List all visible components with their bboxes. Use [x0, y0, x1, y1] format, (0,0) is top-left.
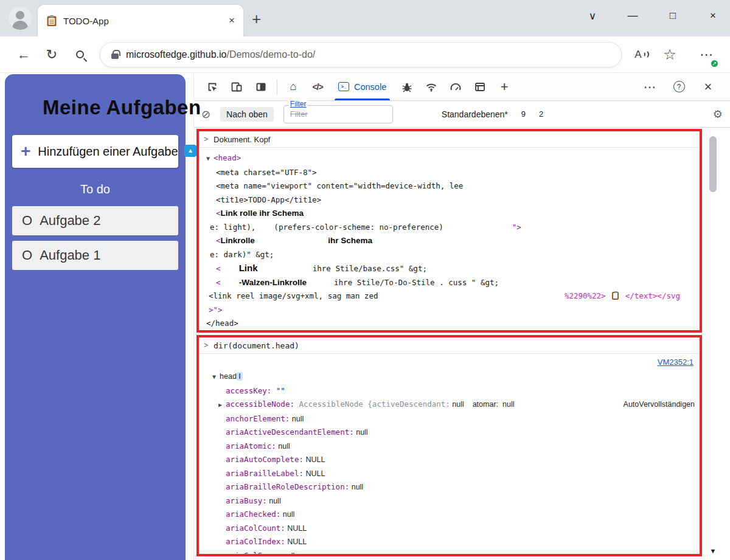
log-levels-dropdown[interactable]: Standardebenen*	[442, 109, 508, 119]
console-text: null	[276, 442, 290, 451]
annotation-box-dir-output: > dir(document.head) VM2352:1 ▼ head I a…	[196, 335, 702, 556]
add-task-row: + Hinzufügen einer Aufgabe ▲	[12, 135, 178, 168]
console-text: NULL	[285, 524, 307, 533]
profile-avatar[interactable]	[9, 7, 32, 30]
task-label: Aufgabe 2	[40, 213, 100, 229]
console-line: <tit1e>TODO-App</tit1e>	[205, 193, 696, 207]
console-command: Dokument. Kopf	[214, 135, 270, 144]
tab-elements-code-icon[interactable]: </>	[305, 75, 330, 99]
question-mark-icon: ?	[673, 81, 685, 92]
window-close-button[interactable]: ×	[707, 10, 719, 22]
tab-close-icon[interactable]: ×	[229, 15, 235, 27]
refresh-button[interactable]: ↻	[38, 43, 66, 67]
console-text: </text></svg	[620, 291, 680, 300]
console-text: AutoVervollständigen	[624, 400, 695, 409]
console-text: ""	[271, 386, 285, 395]
console-text: ">	[443, 223, 521, 232]
tab-performance-icon[interactable]	[443, 75, 468, 99]
address-bar[interactable]: microsoftedge.github.io/Demos/demo-to-do…	[100, 42, 622, 67]
console-settings-gear-icon[interactable]: ⚙	[713, 108, 723, 121]
console-text: <	[216, 236, 221, 245]
read-aloud-button[interactable]: A	[628, 43, 656, 67]
toolbar-divider	[277, 79, 277, 95]
task-item[interactable]: OAufgabe 1	[12, 241, 178, 270]
clear-console-icon[interactable]: ⊘	[201, 108, 210, 121]
console-text	[307, 278, 334, 287]
browser-menu-button[interactable]: ⋯ ↗	[692, 43, 720, 67]
scroll-down-arrow-icon[interactable]: ▼	[709, 547, 717, 555]
console-line: <meta charset="UTF-8">	[205, 166, 696, 180]
console-text: </head>	[206, 319, 238, 328]
new-tab-button[interactable]: +	[252, 10, 261, 29]
source-link[interactable]: VM2352:1	[658, 358, 693, 367]
console-line: <Link rolle ihr Schema	[205, 207, 696, 221]
error-count: 2	[539, 109, 543, 119]
console-text: <	[216, 264, 221, 273]
console-text: Link	[239, 263, 258, 273]
clipboard-icon	[612, 292, 619, 300]
console-line: <meta name="viewport" content="width=dev…	[205, 179, 696, 193]
submit-arrow-icon[interactable]: ▲	[184, 145, 196, 157]
tab-console[interactable]: >_ Console	[330, 73, 395, 100]
favorites-star-button[interactable]: ☆	[656, 43, 684, 67]
add-tools-button[interactable]: +	[492, 75, 516, 99]
devtools-close-button[interactable]: ×	[696, 75, 720, 99]
expand-arrow-icon[interactable]: ▼	[206, 155, 214, 162]
console-toolbar: ⊘ Nach oben Filter Standardebenen* 9 2 ⚙	[194, 101, 730, 128]
scrollbar[interactable]: ▼	[709, 130, 717, 556]
console-text: <link reel image/svg+xml, sag man zed	[209, 291, 378, 300]
task-list: OAufgabe 2OAufgabe 1	[12, 206, 178, 270]
devtools-more-icon[interactable]: ⋯	[638, 75, 662, 99]
console-text: ariaAtomic:	[226, 441, 276, 451]
magnifier-icon	[76, 50, 84, 58]
tab-debugger-bug-icon[interactable]	[395, 75, 419, 99]
tab-title: TODO-App	[63, 16, 223, 26]
add-task-button[interactable]: + Hinzufügen einer Aufgabe	[12, 135, 178, 168]
inspect-element-icon[interactable]	[200, 75, 224, 99]
prompt-chevron-icon: >	[204, 135, 208, 143]
console-line: ▶ accessibleNode: AccessibleNode {active…	[205, 398, 696, 412]
tab-welcome-home-icon[interactable]: ⌂	[281, 75, 305, 99]
prompt-chevron-icon: >	[204, 341, 208, 350]
console-line: < Link ihre Stile/base.css" &gt;	[205, 261, 696, 276]
back-button[interactable]: ←	[10, 43, 38, 67]
console-line: </head>	[205, 317, 696, 331]
search-icon[interactable]	[66, 43, 94, 67]
maximize-button[interactable]: □	[667, 10, 679, 22]
console-text: <head>	[214, 153, 241, 162]
console-text: null	[280, 510, 294, 519]
lock-icon[interactable]	[111, 54, 119, 59]
console-context-dropdown[interactable]: Nach oben	[220, 107, 274, 122]
console-text: ariaColSpan:	[226, 551, 280, 557]
console-text: null	[450, 400, 464, 409]
task-checkbox[interactable]: O	[22, 247, 32, 263]
navigation-bar: ← ↻ microsoftedge.github.io/Demos/demo-t…	[0, 36, 730, 73]
tab-network-wifi-icon[interactable]	[419, 75, 443, 99]
console-text: head	[220, 372, 237, 381]
console-text: ariaAutoComplete:	[226, 455, 304, 464]
dom-tree-lines: ▼ <head><meta charset="UTF-8"><meta name…	[199, 148, 700, 331]
task-item[interactable]: OAufgabe 2	[12, 206, 178, 235]
expand-arrow-icon[interactable]: ▼	[212, 373, 220, 380]
console-text	[221, 264, 239, 273]
console-text: e: light), (prefers-color-scheme: no-pre…	[210, 223, 443, 232]
console-line: anchorElement: null	[205, 412, 696, 426]
console-line: < -Walzen-Linkrolle ihre Stile/To-Do-Sti…	[205, 276, 696, 290]
expand-arrow-icon[interactable]: ▶	[218, 401, 226, 408]
minimize-button[interactable]: —	[627, 10, 639, 22]
console-text: ariaColCount:	[226, 524, 285, 533]
activity-bar-dock-icon[interactable]	[249, 75, 273, 99]
scrollbar-thumb[interactable]	[709, 136, 717, 192]
help-icon[interactable]: ?	[667, 75, 691, 99]
task-checkbox[interactable]: O	[22, 213, 32, 229]
browser-tab[interactable]: TODO-App ×	[38, 5, 243, 36]
console-text: null	[498, 400, 514, 409]
device-emulation-icon[interactable]	[224, 75, 249, 99]
console-text: null	[349, 483, 363, 491]
console-text: -Walzen-Linkrolle	[239, 278, 307, 287]
console-text: accessKey:	[226, 386, 271, 395]
console-line: ariaBrailleLabel: NULL	[205, 467, 696, 481]
tab-search-chevron-icon[interactable]: ∨	[586, 10, 599, 22]
console-line: <link reel image/svg+xml, sag man zed%22…	[205, 289, 696, 303]
tab-application-window-icon[interactable]	[468, 75, 492, 99]
